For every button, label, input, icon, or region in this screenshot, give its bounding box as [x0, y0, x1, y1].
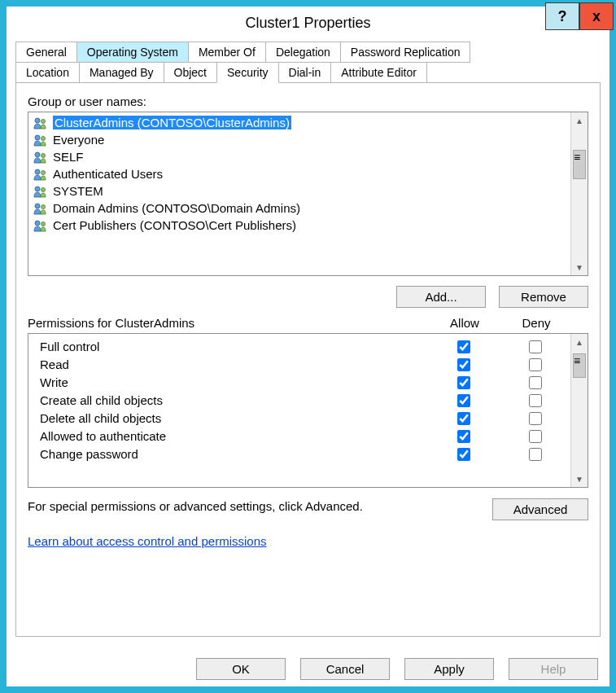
- allow-checkbox[interactable]: [457, 394, 470, 407]
- users-icon: [33, 168, 48, 181]
- principal-name: Authenticated Users: [53, 167, 163, 181]
- apply-button[interactable]: Apply: [404, 658, 494, 680]
- tab-dialin[interactable]: Dial-in: [278, 62, 332, 83]
- allow-checkbox[interactable]: [457, 412, 470, 425]
- ok-button[interactable]: OK: [196, 658, 286, 680]
- allow-column-header: Allow: [429, 316, 500, 330]
- principal-item[interactable]: Domain Admins (CONTOSO\Domain Admins): [28, 200, 588, 217]
- help-footer-button[interactable]: Help: [509, 658, 598, 680]
- help-button[interactable]: ?: [545, 2, 579, 30]
- scroll-down-icon[interactable]: ▼: [571, 471, 588, 487]
- permission-row: Change password: [28, 445, 588, 463]
- svg-point-9: [42, 187, 46, 191]
- allow-checkbox[interactable]: [457, 430, 470, 443]
- tab-memberof[interactable]: Member Of: [188, 42, 266, 63]
- tab-general[interactable]: General: [15, 42, 77, 63]
- scrollbar[interactable]: ▲ ≡ ▼: [570, 334, 588, 487]
- users-icon: [33, 151, 48, 164]
- users-icon: [33, 134, 48, 147]
- permissions-listbox[interactable]: Full controlReadWriteCreate all child ob…: [28, 333, 588, 488]
- principal-name: SELF: [53, 150, 84, 164]
- learn-link[interactable]: Learn about access control and permissio…: [28, 534, 267, 548]
- permission-row: Full control: [28, 337, 588, 355]
- svg-point-1: [42, 119, 46, 123]
- permission-row: Allowed to authenticate: [28, 427, 588, 445]
- allow-checkbox[interactable]: [457, 448, 470, 461]
- principal-name: Cert Publishers (CONTOSO\Cert Publishers…: [53, 218, 296, 232]
- permission-name: Create all child objects: [40, 393, 428, 407]
- scroll-thumb[interactable]: ≡: [573, 353, 586, 378]
- svg-point-12: [35, 221, 40, 226]
- svg-point-11: [42, 204, 46, 208]
- close-button[interactable]: x: [579, 2, 614, 30]
- scroll-up-icon[interactable]: ▲: [571, 334, 588, 350]
- principals-listbox[interactable]: ClusterAdmins (CONTOSO\ClusterAdmins) Ev…: [28, 112, 588, 276]
- principal-name: Everyone: [53, 133, 104, 147]
- svg-point-13: [42, 221, 46, 226]
- permission-name: Read: [40, 357, 428, 371]
- tab-attr[interactable]: Attribute Editor: [330, 62, 427, 83]
- svg-point-5: [42, 153, 46, 157]
- users-icon: [33, 185, 48, 198]
- scroll-thumb[interactable]: ≡: [573, 150, 586, 179]
- svg-point-10: [35, 204, 40, 208]
- permission-name: Full control: [40, 340, 428, 353]
- svg-point-2: [35, 135, 40, 140]
- cancel-button[interactable]: Cancel: [300, 658, 390, 680]
- svg-point-0: [35, 118, 40, 123]
- add-button[interactable]: Add...: [396, 286, 486, 308]
- deny-checkbox[interactable]: [529, 358, 542, 371]
- svg-point-4: [35, 152, 40, 157]
- principal-name: Domain Admins (CONTOSO\Domain Admins): [53, 201, 300, 215]
- principal-item[interactable]: ClusterAdmins (CONTOSO\ClusterAdmins): [28, 114, 588, 131]
- principal-item[interactable]: SYSTEM: [28, 182, 588, 200]
- scrollbar[interactable]: ▲ ≡ ▼: [570, 112, 588, 275]
- permission-name: Delete all child objects: [40, 411, 428, 425]
- group-user-label: Group or user names:: [28, 94, 588, 108]
- permission-row: Delete all child objects: [28, 409, 588, 427]
- users-icon: [33, 202, 48, 215]
- principal-item[interactable]: Everyone: [28, 131, 588, 148]
- tab-delegation[interactable]: Delegation: [265, 42, 341, 63]
- permission-name: Allowed to authenticate: [40, 429, 428, 443]
- allow-checkbox[interactable]: [457, 376, 470, 389]
- title-bar: Cluster1 Properties ? x: [9, 9, 607, 37]
- permission-row: Write: [28, 373, 588, 391]
- deny-checkbox[interactable]: [529, 448, 542, 461]
- principal-name: ClusterAdmins (CONTOSO\ClusterAdmins): [53, 116, 291, 129]
- scroll-down-icon[interactable]: ▼: [571, 259, 588, 275]
- deny-checkbox[interactable]: [529, 394, 542, 407]
- tab-location[interactable]: Location: [15, 62, 80, 83]
- tab-os[interactable]: Operating System: [76, 42, 189, 63]
- principal-item[interactable]: Authenticated Users: [28, 165, 588, 182]
- window-title: Cluster1 Properties: [245, 15, 370, 32]
- svg-point-7: [42, 170, 46, 174]
- deny-checkbox[interactable]: [529, 412, 542, 425]
- remove-button[interactable]: Remove: [499, 286, 588, 308]
- svg-point-6: [35, 169, 40, 174]
- permission-name: Change password: [40, 447, 428, 461]
- allow-checkbox[interactable]: [457, 340, 470, 353]
- security-tab-panel: Group or user names: ClusterAdmins (CONT…: [15, 82, 601, 637]
- permissions-for-label: Permissions for ClusterAdmins: [28, 316, 429, 330]
- tab-managedby[interactable]: Managed By: [79, 62, 164, 83]
- permission-row: Read: [28, 355, 588, 373]
- deny-checkbox[interactable]: [529, 340, 542, 353]
- allow-checkbox[interactable]: [457, 358, 470, 371]
- deny-column-header: Deny: [500, 316, 572, 330]
- svg-point-8: [35, 186, 40, 191]
- users-icon: [33, 116, 48, 129]
- tab-object[interactable]: Object: [164, 62, 217, 83]
- scroll-up-icon[interactable]: ▲: [571, 112, 588, 129]
- deny-checkbox[interactable]: [529, 376, 542, 389]
- tab-pwdrep[interactable]: Password Replication: [340, 42, 471, 63]
- principal-name: SYSTEM: [53, 184, 103, 198]
- principal-item[interactable]: Cert Publishers (CONTOSO\Cert Publishers…: [28, 217, 588, 234]
- advanced-button[interactable]: Advanced: [492, 498, 588, 520]
- svg-point-3: [42, 136, 46, 140]
- principal-item[interactable]: SELF: [28, 148, 588, 165]
- users-icon: [33, 219, 48, 232]
- deny-checkbox[interactable]: [529, 430, 542, 443]
- tab-security[interactable]: Security: [216, 62, 279, 83]
- permission-row: Create all child objects: [28, 391, 588, 409]
